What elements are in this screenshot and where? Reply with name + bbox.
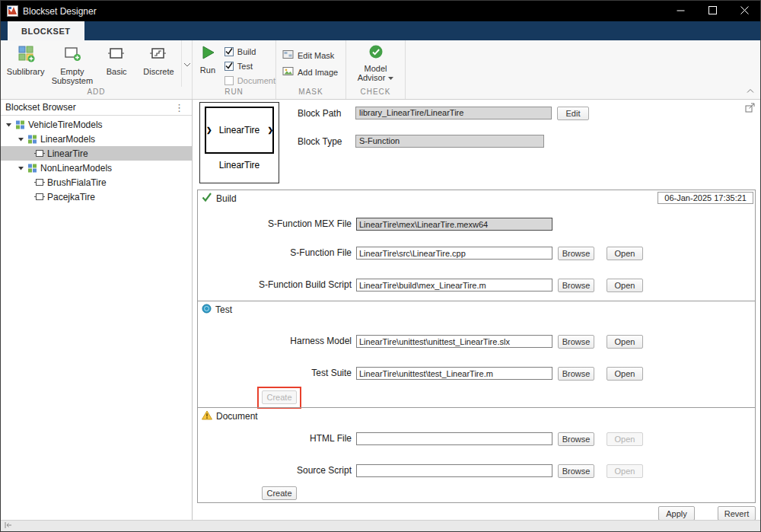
- add-image-button[interactable]: Add Image: [276, 65, 345, 79]
- run-label: Run: [200, 65, 215, 75]
- blockset-designer-window: Blockset Designer BLOCKSET: [0, 0, 761, 532]
- open-button: Open: [607, 432, 643, 446]
- mex-file-label: S-Function MEX File: [198, 218, 352, 231]
- test-checkbox[interactable]: Test: [224, 60, 275, 72]
- minimize-button[interactable]: [664, 1, 696, 21]
- browser-panel-title: Blockset Browser: [5, 102, 76, 113]
- undock-icon[interactable]: [745, 103, 755, 115]
- edit-mask-button[interactable]: Edit Mask: [276, 49, 345, 62]
- tree-item-label: BrushFialaTire: [46, 177, 107, 188]
- toolstrip: Sublibrary Empty Subsystem Basic: [1, 40, 760, 100]
- block-icon: [33, 149, 46, 158]
- toolstrip-section-mask: Edit Mask Add Image MASK: [276, 40, 346, 99]
- test-create-button[interactable]: Create: [262, 390, 297, 404]
- test-suite-label: Test Suite: [198, 367, 352, 380]
- output-port-icon: ❯: [267, 126, 273, 134]
- browse-button[interactable]: Browse: [558, 464, 594, 478]
- tree-item-linearmodels[interactable]: LinearModels: [1, 132, 192, 146]
- statusbar: [1, 520, 760, 531]
- library-icon: [14, 120, 27, 129]
- block-preview-caption: LinearTire: [205, 160, 274, 170]
- open-button[interactable]: Open: [607, 279, 643, 292]
- model-advisor-label: Model Advisor: [358, 64, 394, 82]
- empty-subsystem-button[interactable]: Empty Subsystem: [50, 40, 94, 87]
- build-script-label: S-Function Build Script: [198, 279, 352, 291]
- run-button[interactable]: Run: [199, 40, 217, 87]
- browse-button[interactable]: Browse: [558, 367, 594, 381]
- toolstrip-section-check: Model Advisor CHECK: [346, 40, 406, 99]
- revert-button[interactable]: Revert: [718, 506, 756, 521]
- build-check-icon: [202, 193, 212, 204]
- test-icon: [202, 304, 212, 316]
- build-section-title: Build: [216, 193, 237, 204]
- test-section-title: Test: [215, 304, 232, 315]
- tree-item-lineartire[interactable]: LinearTire: [1, 146, 192, 161]
- test-section: Test Harness Model Browse Open Test Suit…: [198, 301, 755, 407]
- toolstrip-section-run: Run Build Test Document: [193, 40, 276, 99]
- close-button[interactable]: [728, 1, 760, 21]
- run-play-icon: [199, 44, 216, 63]
- body: Blockset Browser ⋮ VehicleTireModels Lin…: [1, 100, 760, 521]
- discrete-label: Discrete: [143, 67, 174, 76]
- harness-model-field[interactable]: [356, 335, 552, 348]
- dock-left-icon[interactable]: [4, 521, 13, 531]
- browse-button[interactable]: Browse: [558, 432, 594, 446]
- collapse-toolstrip-icon[interactable]: [747, 85, 754, 96]
- sublibrary-button[interactable]: Sublibrary: [4, 40, 47, 87]
- model-advisor-button[interactable]: Model Advisor: [352, 40, 400, 87]
- tree-item-brushfialatire[interactable]: BrushFialaTire: [1, 175, 192, 190]
- chevron-down-icon[interactable]: [16, 136, 26, 142]
- basic-block-icon: [107, 44, 126, 65]
- browse-button[interactable]: Browse: [558, 247, 594, 260]
- chevron-down-icon[interactable]: [16, 165, 26, 171]
- tab-blockset[interactable]: BLOCKSET: [8, 21, 84, 40]
- html-file-field[interactable]: [356, 432, 552, 445]
- panel-menu-icon[interactable]: ⋮: [171, 102, 187, 113]
- tree-item-vehicletiremodels[interactable]: VehicleTireModels: [1, 117, 192, 132]
- browse-button[interactable]: Browse: [558, 279, 594, 292]
- block-type-field: S-Function: [355, 135, 544, 148]
- document-create-button[interactable]: Create: [262, 486, 297, 500]
- sublibrary-icon: [26, 135, 39, 144]
- chevron-down-icon[interactable]: [4, 122, 14, 128]
- block-type-label: Block Type: [298, 136, 342, 147]
- detail-sections: Build 06-Jan-2025 17:35:21 S-Function ME…: [197, 190, 756, 503]
- test-suite-field[interactable]: [356, 367, 552, 380]
- open-button[interactable]: Open: [607, 367, 643, 381]
- block-preview: ❯ LinearTire ❯ LinearTire: [199, 102, 279, 183]
- discrete-button[interactable]: Discrete: [139, 40, 178, 87]
- build-checkbox[interactable]: Build: [224, 46, 275, 57]
- browse-button[interactable]: Browse: [558, 335, 594, 349]
- sfunction-file-label: S-Function File: [198, 247, 352, 260]
- window-title: Blockset Designer: [23, 6, 97, 17]
- apply-button[interactable]: Apply: [658, 506, 695, 521]
- toolstrip-tabbar: BLOCKSET: [1, 21, 760, 40]
- add-gallery-dropdown[interactable]: [181, 40, 192, 87]
- maximize-button[interactable]: [696, 1, 728, 21]
- blockset-tree: VehicleTireModels LinearModels LinearTir…: [1, 116, 192, 204]
- test-checkbox-label: Test: [237, 62, 253, 71]
- open-button[interactable]: Open: [607, 335, 643, 349]
- edit-button[interactable]: Edit: [557, 107, 589, 120]
- open-button[interactable]: Open: [607, 247, 643, 260]
- sfunction-file-field[interactable]: [356, 247, 552, 260]
- toolstrip-section-add: Sublibrary Empty Subsystem Basic: [1, 40, 193, 99]
- section-label-check: CHECK: [346, 87, 405, 99]
- tree-item-label: NonLinearModels: [39, 163, 112, 174]
- document-checkbox[interactable]: Document: [224, 75, 275, 86]
- sublibrary-icon: [26, 164, 39, 173]
- block-preview-name: LinearTire: [219, 125, 260, 135]
- open-button: Open: [607, 464, 643, 478]
- source-script-field[interactable]: [356, 464, 552, 477]
- tree-item-nonlinearmodels[interactable]: NonLinearModels: [1, 161, 192, 175]
- tree-item-label: LinearModels: [39, 134, 95, 145]
- build-checkbox-label: Build: [237, 47, 256, 56]
- close-icon: [740, 6, 749, 17]
- tree-item-pacejkatire[interactable]: PacejkaTire: [1, 190, 192, 204]
- app-icon: [7, 5, 18, 17]
- build-section: Build 06-Jan-2025 17:35:21 S-Function ME…: [198, 190, 755, 301]
- basic-button[interactable]: Basic: [97, 40, 136, 87]
- build-script-field[interactable]: [356, 279, 552, 291]
- discrete-block-icon: [149, 44, 167, 65]
- block-path-label: Block Path: [298, 108, 341, 119]
